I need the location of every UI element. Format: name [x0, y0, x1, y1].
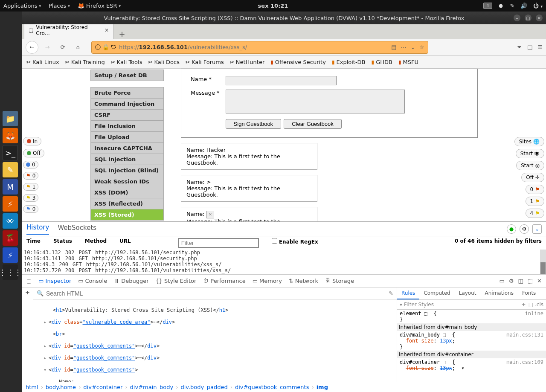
sidebar-item-xss-reflected[interactable]: XSS (Reflected): [90, 198, 164, 209]
dock-icon[interactable]: ◫: [518, 278, 523, 284]
zap-right-1[interactable]: 1 ⚑: [526, 197, 544, 206]
new-tab-button[interactable]: +: [117, 29, 127, 39]
zap-start-attack-button[interactable]: Start ◎: [516, 161, 544, 170]
text-editor-icon[interactable]: ✎: [3, 162, 18, 177]
zap-left-4[interactable]: ⚑0: [23, 205, 38, 213]
tool-storage[interactable]: 🗄Storage: [325, 278, 354, 284]
breadcrumb-item[interactable]: img: [317, 384, 328, 390]
terminal-icon[interactable]: >_: [3, 145, 18, 160]
accessibility-icon[interactable]: ✎: [510, 3, 514, 9]
tool-memory[interactable]: ▭Memory: [253, 278, 282, 284]
css-tab-rules[interactable]: Rules: [397, 287, 419, 299]
sidebar-item-sql-injection-blind[interactable]: SQL Injection (Blind): [90, 165, 164, 176]
zap-left-2[interactable]: ⚑1: [23, 183, 38, 191]
sidebar-icon[interactable]: ◫: [527, 44, 532, 50]
sidebar-item-file-inclusion[interactable]: File Inclusion: [90, 121, 164, 132]
sidebar-item-brute-force[interactable]: Brute Force: [90, 87, 164, 99]
minimize-button[interactable]: –: [514, 15, 520, 21]
bookmark-nethunter[interactable]: ✂NetHunter: [230, 59, 265, 65]
bookmark-kali-tools[interactable]: ✂Kali Tools: [111, 59, 142, 65]
page-actions-icon[interactable]: ⋯: [401, 44, 406, 50]
css-tab-computed[interactable]: Computed: [419, 287, 454, 299]
search-html-input[interactable]: [46, 290, 389, 297]
bookmark-msfu[interactable]: ▮MSFU: [398, 59, 418, 65]
enable-regex-checkbox[interactable]: [272, 238, 277, 244]
tool-style-editor[interactable]: {}Style Editor: [156, 278, 197, 284]
home-button[interactable]: ⌂: [72, 41, 84, 54]
tab-close-icon[interactable]: ✕: [105, 27, 109, 33]
library-icon[interactable]: ⏷: [517, 44, 522, 50]
reader-icon[interactable]: ▤: [391, 44, 396, 50]
sidebar-item-sql-injection[interactable]: SQL Injection: [90, 154, 164, 165]
zap-off-right-button[interactable]: Off ✛: [521, 173, 544, 182]
window-titlebar[interactable]: Vulnerability: Stored Cross Site Scripti…: [22, 12, 546, 24]
css-tab-layout[interactable]: Layout: [455, 287, 481, 299]
tool-console[interactable]: ▭Console: [78, 278, 107, 284]
filter-styles-input[interactable]: Filter Styles: [402, 302, 522, 308]
cherrytree-icon[interactable]: 🍒: [3, 230, 18, 246]
hud-record-icon[interactable]: ●: [507, 224, 516, 234]
zap-icon[interactable]: ⚡: [3, 196, 18, 212]
zap-off-button[interactable]: Off: [23, 149, 44, 157]
bookmark-kali-docs[interactable]: ✂Kali Docs: [148, 59, 180, 65]
power-icon[interactable]: ⏻ ▾: [533, 3, 543, 9]
volume-icon[interactable]: 🔊: [520, 3, 527, 9]
breadcrumb-item[interactable]: div#guestbook_comments: [235, 384, 309, 390]
forward-button[interactable]: →: [41, 41, 54, 54]
name-input[interactable]: [226, 76, 337, 85]
zap-sites-button[interactable]: Sites 🌐: [514, 137, 544, 146]
maximize-button[interactable]: ▢: [525, 15, 531, 21]
bookmark-offensive-security[interactable]: ▮Offensive Security: [270, 59, 326, 65]
maltego-icon[interactable]: 👁: [3, 213, 18, 229]
record-icon[interactable]: ⏺: [498, 3, 504, 9]
files-icon[interactable]: 📁: [3, 111, 18, 126]
bookmark-kali-forums[interactable]: ✂Kali Forums: [186, 59, 224, 65]
breadcrumb-item[interactable]: body.home: [46, 384, 76, 390]
html-tree[interactable]: <h1>Vulnerability: Stored Cross Site Scr…: [33, 299, 397, 382]
clock[interactable]: sex 10:21: [258, 3, 288, 9]
zap-left-3[interactable]: ⚑3: [23, 194, 38, 202]
history-scrollbar[interactable]: [540, 250, 546, 275]
sidebar-item-xss-dom[interactable]: XSS (DOM): [90, 187, 164, 198]
applications-menu[interactable]: Applications ▾: [3, 3, 41, 9]
dock-separate-icon[interactable]: ⬚: [528, 278, 533, 284]
url-bar[interactable]: ⓘ 🔒 🛡 https://192.168.56.101/vulnerabili…: [91, 41, 428, 54]
add-rule-icon[interactable]: +: [522, 302, 526, 308]
sidebar-item-insecure-captcha[interactable]: Insecure CAPTCHA: [90, 143, 164, 154]
bookmark-kali-training[interactable]: ✂Kali Training: [65, 59, 105, 65]
hud-tab-websockets[interactable]: WebSockets: [58, 224, 96, 234]
inspector-newframe-button[interactable]: +: [22, 287, 33, 382]
bookmark-kali-linux[interactable]: ✂Kali Linux: [26, 59, 59, 65]
hud-tab-history[interactable]: History: [26, 224, 49, 235]
bookmark-exploit-db[interactable]: ▮Exploit-DB: [332, 59, 366, 65]
history-row[interactable]: 10:17:52.720200POSThttp://192.168.56.101…: [22, 267, 546, 273]
history-row[interactable]: 10:16:49.3200GEThttp://192.168.56.101/vu…: [22, 261, 546, 267]
responsive-icon[interactable]: ▭: [500, 278, 505, 284]
bookmark-ghdb[interactable]: ▮GHDB: [372, 59, 392, 65]
tool-inspector[interactable]: ▭Inspector: [38, 278, 71, 284]
save-pocket-icon[interactable]: ⌄: [410, 44, 415, 50]
zap-left-1[interactable]: ⚑0: [23, 172, 38, 180]
zap-right-2[interactable]: 4 ⚑: [526, 209, 544, 218]
hamburger-menu-icon[interactable]: ☰: [537, 44, 543, 50]
css-tab-fonts[interactable]: Fonts: [518, 287, 540, 299]
cls-button[interactable]: .cls: [535, 302, 543, 308]
app-menu[interactable]: 🦊 Firefox ESR ▾: [78, 3, 121, 9]
clear-guestbook-button[interactable]: Clear Guestbook: [284, 119, 342, 129]
sidebar-item-csrf[interactable]: CSRF: [90, 110, 164, 121]
breadcrumb-item[interactable]: html: [26, 384, 38, 390]
show-apps-icon[interactable]: ⋮⋮⋮: [3, 264, 18, 280]
info-icon[interactable]: ⓘ: [95, 44, 101, 51]
breadcrumb-item[interactable]: div#main_body: [130, 384, 174, 390]
tool-network[interactable]: ⇅Network: [289, 278, 318, 284]
places-menu[interactable]: Places ▾: [49, 3, 70, 9]
back-button[interactable]: ←: [26, 41, 38, 54]
firefox-launcher-icon[interactable]: 🦊: [3, 128, 18, 143]
history-row[interactable]: 10:16:43.132302POSThttp://192.168.56.101…: [22, 250, 546, 256]
devtools-close-icon[interactable]: ✕: [537, 278, 542, 284]
burp-icon[interactable]: ⚡: [3, 247, 18, 263]
zap-start-spider-button[interactable]: Start 🕷: [516, 149, 544, 158]
workspace-indicator[interactable]: 1: [483, 3, 492, 9]
breadcrumb-item[interactable]: div.body_padded: [180, 384, 227, 390]
bookmark-star-icon[interactable]: ☆: [419, 44, 424, 50]
